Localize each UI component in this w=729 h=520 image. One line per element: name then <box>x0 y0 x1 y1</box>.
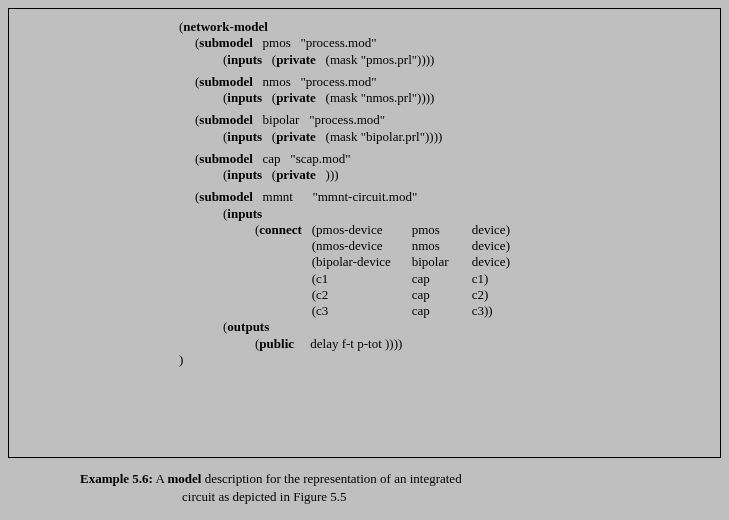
kw-private: private <box>276 52 316 67</box>
line-mmnt-public: (public delay f-t p-tot )))) <box>179 336 710 352</box>
table-row: (c2capc2) <box>312 287 520 303</box>
code-frame: (network-model (submodel pmos "process.m… <box>8 8 721 458</box>
cap-name: cap <box>263 151 281 166</box>
line-bipolar-inputs: (inputs (private (mask "bipolar.prl")))) <box>179 129 710 145</box>
cell: (c2 <box>312 287 412 303</box>
line-mmnt-connect: (connect (pmos-devicepmosdevice) (nmos-d… <box>179 222 710 320</box>
cell: device) <box>472 222 520 238</box>
kw-private: private <box>276 90 316 105</box>
caption-line2: circuit as depicted in Figure 5.5 <box>80 489 347 504</box>
mmnt-name: mmnt <box>263 189 293 204</box>
cell: c3)) <box>472 303 520 319</box>
line-cap-inputs: (inputs (private ))) <box>179 167 710 183</box>
line-mmnt-inputs: (inputs <box>179 206 710 222</box>
line-pmos-inputs: (inputs (private (mask "pmos.prl")))) <box>179 52 710 68</box>
caption: Example 5.6: A model description for the… <box>80 470 660 505</box>
cap-file: "scap.mod" <box>290 151 350 166</box>
caption-model-word: model <box>167 471 201 486</box>
line-cap-submodel: (submodel cap "scap.mod" <box>179 151 710 167</box>
cell: (pmos-device <box>312 222 412 238</box>
line-close: ) <box>179 352 710 368</box>
kw-submodel: submodel <box>199 35 252 50</box>
caption-line1-rest: description for the representation of an… <box>205 471 462 486</box>
cell: (nmos-device <box>312 238 412 254</box>
nmos-mask: (mask "nmos.prl")))) <box>326 90 435 105</box>
kw-inputs: inputs <box>227 52 262 67</box>
line-bipolar-submodel: (submodel bipolar "process.mod" <box>179 112 710 128</box>
kw-inputs: inputs <box>227 167 262 182</box>
bipolar-file: "process.mod" <box>309 112 385 127</box>
nmos-name: nmos <box>263 74 291 89</box>
line-network-model: (network-model <box>179 19 710 35</box>
cell: c1) <box>472 271 520 287</box>
cell: (c3 <box>312 303 412 319</box>
connect-table: (pmos-devicepmosdevice) (nmos-devicenmos… <box>312 222 520 320</box>
pmos-file: "process.mod" <box>300 35 376 50</box>
bipolar-name: bipolar <box>263 112 300 127</box>
line-nmos-submodel: (submodel nmos "process.mod" <box>179 74 710 90</box>
line-nmos-inputs: (inputs (private (mask "nmos.prl")))) <box>179 90 710 106</box>
mmnt-public-tail: delay f-t p-tot )))) <box>310 336 402 351</box>
mmnt-file: "mmnt-circuit.mod" <box>312 189 417 204</box>
table-row: (c1capc1) <box>312 271 520 287</box>
kw-inputs: inputs <box>227 206 262 221</box>
line-mmnt-submodel: (submodel mmnt "mmnt-circuit.mod" <box>179 189 710 205</box>
pmos-mask: (mask "pmos.prl")))) <box>326 52 435 67</box>
cell: device) <box>472 238 520 254</box>
kw-inputs: inputs <box>227 90 262 105</box>
kw-connect: connect <box>259 222 302 237</box>
cap-tail: ))) <box>326 167 339 182</box>
table-row: (c3capc3)) <box>312 303 520 319</box>
line-pmos-submodel: (submodel pmos "process.mod" <box>179 35 710 51</box>
close-paren: ) <box>179 352 183 367</box>
cell: pmos <box>412 222 472 238</box>
kw-submodel: submodel <box>199 112 252 127</box>
caption-label: Example 5.6: <box>80 471 153 486</box>
kw-private: private <box>276 129 316 144</box>
cell: nmos <box>412 238 472 254</box>
table-row: (nmos-devicenmosdevice) <box>312 238 520 254</box>
cell: cap <box>412 303 472 319</box>
kw-private: private <box>276 167 316 182</box>
cell: cap <box>412 271 472 287</box>
kw-submodel: submodel <box>199 151 252 166</box>
cell: c2) <box>472 287 520 303</box>
kw-submodel: submodel <box>199 74 252 89</box>
kw-inputs: inputs <box>227 129 262 144</box>
cell: bipolar <box>412 254 472 270</box>
cell: device) <box>472 254 520 270</box>
kw-outputs: outputs <box>227 319 269 334</box>
nmos-file: "process.mod" <box>300 74 376 89</box>
kw-network-model: network-model <box>183 19 268 34</box>
kw-public: public <box>259 336 294 351</box>
table-row: (pmos-devicepmosdevice) <box>312 222 520 238</box>
caption-pre: A <box>156 471 165 486</box>
cell: cap <box>412 287 472 303</box>
kw-submodel: submodel <box>199 189 252 204</box>
bipolar-mask: (mask "bipolar.prl")))) <box>326 129 443 144</box>
table-row: (bipolar-devicebipolardevice) <box>312 254 520 270</box>
cell: (c1 <box>312 271 412 287</box>
cell: (bipolar-device <box>312 254 412 270</box>
line-mmnt-outputs: (outputs <box>179 319 710 335</box>
pmos-name: pmos <box>263 35 291 50</box>
